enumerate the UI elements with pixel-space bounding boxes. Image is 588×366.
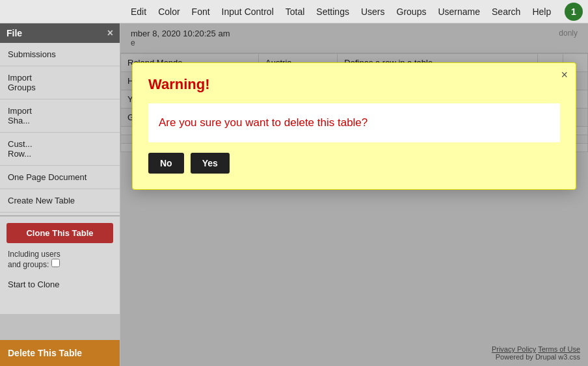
sidebar-divider xyxy=(0,215,120,216)
modal-body: Are you sure you want to delete this tab… xyxy=(148,103,560,142)
sidebar-clone-sub: Including usersand groups: xyxy=(0,247,120,274)
user-avatar[interactable]: 1 xyxy=(565,3,583,21)
sidebar-item-import-sha[interactable]: ImportSha... xyxy=(0,99,120,133)
sidebar-item-cust-row[interactable]: Cust...Row... xyxy=(0,133,120,166)
sidebar-item-create-table[interactable]: Create New Table xyxy=(0,189,120,213)
warning-modal: × Warning! Are you sure you want to dele… xyxy=(132,62,576,190)
menu-total[interactable]: Total xyxy=(280,3,310,21)
modal-yes-button[interactable]: Yes xyxy=(191,153,230,174)
menu-font[interactable]: Font xyxy=(187,3,215,21)
clone-table-button[interactable]: Clone This Table xyxy=(7,223,113,243)
modal-no-button[interactable]: No xyxy=(148,153,184,174)
menu-items: Edit Color Font Input Control Total Sett… xyxy=(126,3,556,21)
sidebar: File × Submissions ImportGroups ImportSh… xyxy=(0,23,120,366)
menu-search[interactable]: Search xyxy=(487,3,526,21)
modal-overlay: × Warning! Are you sure you want to dele… xyxy=(120,23,588,366)
menu-users[interactable]: Users xyxy=(356,3,390,21)
sidebar-start-clone[interactable]: Start to Clone xyxy=(0,274,120,294)
sidebar-close-icon[interactable]: × xyxy=(107,27,113,39)
main-layout: File × Submissions ImportGroups ImportSh… xyxy=(0,23,588,366)
menu-edit[interactable]: Edit xyxy=(126,3,152,21)
menu-bar: Edit Color Font Input Control Total Sett… xyxy=(0,0,588,23)
modal-close-button[interactable]: × xyxy=(561,68,568,82)
menu-username[interactable]: Username xyxy=(433,3,485,21)
menu-input-control[interactable]: Input Control xyxy=(217,3,279,21)
content-area: mber 8, 2020 10:20:25 am donly e Roland … xyxy=(120,23,588,366)
sidebar-title: File xyxy=(7,28,22,38)
sidebar-item-submissions[interactable]: Submissions xyxy=(0,43,120,66)
modal-actions: No Yes xyxy=(148,153,560,174)
including-users-checkbox[interactable] xyxy=(51,259,60,267)
menu-color[interactable]: Color xyxy=(153,3,185,21)
menu-groups[interactable]: Groups xyxy=(392,3,432,21)
sidebar-item-one-page[interactable]: One Page Document xyxy=(0,166,120,189)
sidebar-header: File × xyxy=(0,23,120,43)
menu-settings[interactable]: Settings xyxy=(311,3,354,21)
delete-table-button[interactable]: Delete This Table xyxy=(0,340,120,366)
modal-title: Warning! xyxy=(148,76,560,93)
modal-question: Are you sure you want to delete this tab… xyxy=(159,116,550,129)
sidebar-item-import-groups[interactable]: ImportGroups xyxy=(0,66,120,99)
menu-help[interactable]: Help xyxy=(527,3,556,21)
